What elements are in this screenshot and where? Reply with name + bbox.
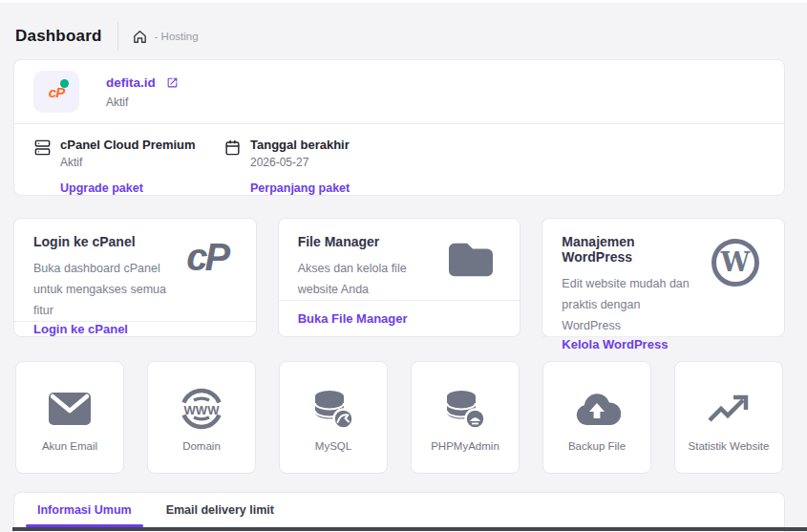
feature-card-wordpress: Manajemen WordPress Edit website mudah d… xyxy=(542,218,785,337)
database-mysql-icon xyxy=(311,387,355,431)
feature-title: Manajemen WordPress xyxy=(562,234,698,265)
expiry-label: Tanggal berakhir xyxy=(250,138,350,152)
expiry-block: Tanggal berakhir 2026-05-27 Perpanjang p… xyxy=(223,138,350,195)
tool-label: Backup File xyxy=(568,440,626,452)
top-strip xyxy=(0,0,807,3)
domain-status: Aktif xyxy=(106,96,179,109)
tab-bar: Informasi Umum Email delivery limit xyxy=(14,493,784,527)
hosting-dashboard-screen: Dashboard - Hosting cP defita.id xyxy=(0,0,807,532)
tab-email-delivery-limit[interactable]: Email delivery limit xyxy=(155,493,286,526)
tool-card-domain[interactable]: WWW Domain xyxy=(147,361,256,474)
cpanel-badge-icon: cP xyxy=(33,71,79,113)
cpanel-logo-icon: cP xyxy=(178,234,237,321)
breadcrumb[interactable]: - Hosting xyxy=(132,29,199,45)
tool-card-phpmyadmin[interactable]: PHPMyAdmin xyxy=(411,361,520,474)
svg-text:W: W xyxy=(720,247,751,277)
plan-name: cPanel Cloud Premium xyxy=(60,138,196,152)
home-icon[interactable] xyxy=(132,29,148,45)
tool-card-statistics[interactable]: Statistik Website xyxy=(674,361,783,474)
feature-description: Edit website mudah dan praktis dengan Wo… xyxy=(562,273,698,336)
www-globe-icon: WWW xyxy=(180,387,223,431)
hosting-summary-card: cP defita.id Aktif xyxy=(13,59,785,196)
feature-description: Akses dan kelola file website Anda xyxy=(298,258,435,300)
feature-description: Buka dashboard cPanel untuk mengakses se… xyxy=(33,258,170,321)
tool-card-backup[interactable]: Backup File xyxy=(542,361,651,474)
tool-label: MySQL xyxy=(315,440,351,452)
feature-card-cpanel: Login ke cPanel Buka dashboard cPanel un… xyxy=(13,218,257,337)
feature-card-filemanager: File Manager Akses dan kelola file websi… xyxy=(278,218,521,337)
page-header: Dashboard - Hosting xyxy=(15,21,199,52)
feature-title: File Manager xyxy=(298,234,435,249)
folder-icon xyxy=(441,234,500,300)
calendar-icon xyxy=(223,138,242,195)
status-dot xyxy=(60,79,69,88)
database-phpmyadmin-icon xyxy=(443,387,487,431)
plan-block: cPanel Cloud Premium Aktif Upgrade paket xyxy=(33,138,223,195)
manage-wordpress-link[interactable]: Kelola WordPress xyxy=(562,337,668,351)
plan-status: Aktif xyxy=(60,156,196,169)
plan-section: cPanel Cloud Premium Aktif Upgrade paket… xyxy=(14,124,784,195)
info-tabs-card: Informasi Umum Email delivery limit xyxy=(13,492,785,532)
open-file-manager-link[interactable]: Buka File Manager xyxy=(298,311,408,326)
cloud-upload-icon xyxy=(573,387,621,431)
window-bottom-edge xyxy=(12,527,807,531)
page-title: Dashboard xyxy=(15,27,102,46)
header-divider xyxy=(117,22,118,51)
tool-label: Domain xyxy=(182,440,221,452)
breadcrumb-label: - Hosting xyxy=(155,31,199,42)
tool-card-mysql[interactable]: MySQL xyxy=(279,361,388,474)
tool-label: Statistik Website xyxy=(689,440,770,452)
renew-plan-link[interactable]: Perpanjang paket xyxy=(250,181,350,195)
expiry-date: 2026-05-27 xyxy=(250,156,350,169)
domain-name-link[interactable]: defita.id xyxy=(106,75,156,90)
tab-informasi-umum[interactable]: Informasi Umum xyxy=(26,493,143,526)
feature-title: Login ke cPanel xyxy=(33,234,170,249)
envelope-icon xyxy=(48,387,92,431)
server-icon xyxy=(33,138,52,195)
feature-cards-row: Login ke cPanel Buka dashboard cPanel un… xyxy=(13,218,785,337)
wordpress-icon: W xyxy=(706,234,765,336)
svg-text:WWW: WWW xyxy=(184,403,221,417)
domain-section: cP defita.id Aktif xyxy=(14,60,784,123)
trending-up-icon xyxy=(707,387,751,431)
tool-label: Akun Email xyxy=(42,440,97,452)
upgrade-plan-link[interactable]: Upgrade paket xyxy=(60,181,196,195)
login-cpanel-link[interactable]: Login ke cPanel xyxy=(33,322,128,336)
tool-label: PHPMyAdmin xyxy=(431,440,499,452)
tool-card-email[interactable]: Akun Email xyxy=(15,361,124,474)
tool-cards-row: Akun Email WWW Domain xyxy=(15,361,783,474)
external-link-icon[interactable] xyxy=(166,76,179,89)
